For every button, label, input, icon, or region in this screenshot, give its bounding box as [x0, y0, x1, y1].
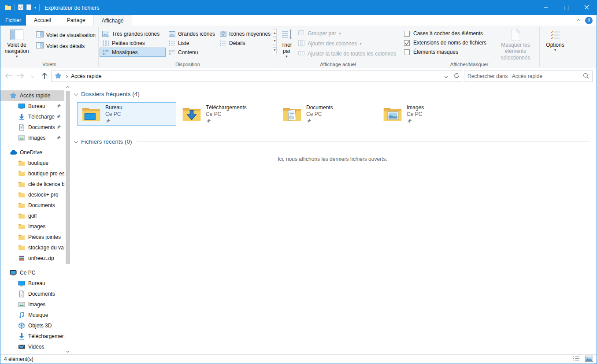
sidebar-item-pieces-jointes[interactable]: Pièces jointes — [0, 232, 65, 242]
sort-by-button[interactable]: Trier par ▾ — [278, 27, 295, 61]
onedrive-icon — [10, 149, 17, 156]
hide-selected-button[interactable]: Masquer les éléments sélectionnés — [493, 27, 538, 61]
maximize-button[interactable] — [556, 0, 576, 15]
refresh-button[interactable] — [451, 71, 462, 82]
sidebar-item-deslock-pro[interactable]: deslock+ pro — [0, 189, 65, 200]
address-dropdown-button[interactable] — [441, 71, 451, 82]
recent-locations-button[interactable] — [26, 71, 38, 82]
tab-partage[interactable]: Partage — [59, 15, 93, 26]
view-option-contenu[interactable]: Contenu — [166, 48, 217, 57]
scrollbar-down-button[interactable] — [64, 348, 71, 354]
sidebar-item-bureau[interactable]: Bureau — [0, 101, 65, 111]
options-button[interactable]: Options ▾ — [544, 27, 566, 61]
sidebar-item-documents[interactable]: Documents — [0, 122, 65, 133]
folder-tile-telechargements[interactable]: TéléchargementsCe PC — [178, 102, 277, 126]
sidebar-item-documents[interactable]: Documents — [0, 289, 65, 299]
checkbox-box[interactable] — [404, 49, 410, 55]
sidebar-tree: Accès rapideBureauTéléchargementsDocumen… — [0, 90, 71, 354]
view-option-mosaiques[interactable]: Mosaïques — [100, 48, 166, 57]
show-hide-checkboxes: Cases à cocher des élémentsExtensions de… — [400, 27, 489, 61]
folder-tile-documents[interactable]: DocumentsCe PC — [278, 102, 377, 126]
address-bar[interactable]: Accès rapide — [51, 71, 462, 82]
sidebar-item-boutique-pro-ese[interactable]: boutique pro ese — [0, 168, 65, 179]
address-path-segment[interactable]: Accès rapide — [71, 73, 101, 79]
checkbox-elements-masques[interactable]: Éléments masqués — [404, 49, 486, 55]
qat-new-folder-icon[interactable] — [26, 4, 31, 11]
view-option-liste[interactable]: Liste — [166, 38, 217, 48]
sidebar-item-label: Images — [28, 135, 55, 141]
qat-customize-dropdown-icon[interactable]: ▾ — [34, 6, 36, 10]
up-button[interactable] — [38, 71, 50, 82]
scroll-up-button[interactable]: ▲ — [273, 29, 277, 37]
search-icon[interactable] — [583, 73, 589, 80]
checkbox-cases-a-cocher-des-elements[interactable]: Cases à cocher des éléments — [404, 30, 486, 37]
maximize-icon — [564, 6, 568, 10]
minimize-button[interactable] — [536, 0, 556, 15]
search-box — [464, 71, 593, 82]
checkbox-box[interactable] — [404, 31, 410, 37]
add-columns-button[interactable]: Ajouter des colonnes ▾ — [297, 40, 398, 48]
recent-files-header[interactable]: Fichiers récents (0) — [74, 138, 590, 145]
checkbox-box[interactable] — [404, 40, 410, 46]
scrollbar-thumb[interactable] — [66, 91, 70, 264]
thumbnails-view-toggle[interactable] — [583, 355, 595, 363]
navigation-pane-button[interactable]: Volet de navigation ▾ — [1, 27, 32, 61]
help-icon[interactable]: ? — [585, 17, 593, 24]
sidebar-item-onedrive[interactable]: OneDrive — [0, 147, 65, 158]
sidebar-item-stockage-du-valo[interactable]: stockage du valo — [0, 242, 65, 253]
tab-accueil[interactable]: Accueil — [26, 15, 59, 26]
chevron-right-icon[interactable] — [65, 75, 68, 78]
qat-properties-icon[interactable] — [18, 4, 23, 11]
view-option-details[interactable]: Détails — [217, 38, 272, 48]
view-option-tres-grandes-icones[interactable]: Très grandes icônes — [100, 29, 166, 38]
sidebar-item-videos[interactable]: Vidéos — [0, 342, 65, 352]
fit-columns-button[interactable]: Ajuster la taille de toutes les colonnes — [297, 50, 398, 58]
tab-affichage[interactable]: Affichage — [93, 15, 132, 26]
frequent-folders-header[interactable]: Dossiers fréquents (4) — [74, 91, 590, 97]
view-option-petites-icones[interactable]: Petites icônes — [100, 38, 166, 48]
sidebar-item-telechargements[interactable]: Téléchargements — [0, 111, 65, 122]
list-view-icon — [168, 40, 175, 46]
sidebar-item-cle-de-licence-bo[interactable]: clé de licence bo — [0, 179, 65, 189]
sidebar-item-ce-pc[interactable]: Ce PC — [0, 267, 65, 278]
sidebar-item-disque-local-c[interactable]: Disque local (C:) — [0, 352, 65, 354]
sidebar-item-acces-rapide[interactable]: Accès rapide — [0, 90, 65, 101]
view-option-grandes-icones[interactable]: Grandes icônes — [166, 29, 217, 38]
checkbox-extensions-de-noms-de-fichiers[interactable]: Extensions de noms de fichiers — [404, 40, 486, 46]
xl-icons-icon — [102, 31, 109, 37]
item-count: 4 élément(s) — [4, 356, 33, 362]
collapse-section-icon[interactable] — [74, 91, 78, 96]
folder-tile-images[interactable]: ImagesCe PC — [378, 102, 478, 126]
sidebar-item-images[interactable]: Images — [0, 299, 65, 310]
view-option-icones-moyennes[interactable]: Icônes moyennes — [217, 29, 272, 38]
details-view-toggle[interactable] — [570, 355, 582, 363]
sidebar-item-golf[interactable]: golf — [0, 211, 65, 221]
ribbon-group-options: Options ▾ — [540, 26, 571, 68]
sidebar-item-objets-3d[interactable]: Objets 3D — [0, 320, 65, 331]
sidebar-item-musique[interactable]: Musique — [0, 310, 65, 320]
group-by-button[interactable]: Grouper par ▾ — [297, 30, 398, 37]
close-button[interactable] — [576, 0, 597, 15]
view-option-label: Liste — [178, 40, 189, 46]
scrollbar-up-button[interactable] — [64, 84, 71, 91]
sidebar-item-images[interactable]: Images — [0, 133, 65, 143]
collapse-section-icon[interactable] — [74, 139, 78, 143]
search-input[interactable] — [467, 73, 583, 79]
sidebar-item-boutique[interactable]: boutique — [0, 158, 65, 168]
back-button[interactable] — [3, 71, 15, 82]
details-pane-button[interactable]: Volet des détails — [34, 42, 97, 50]
collapse-ribbon-icon[interactable] — [577, 19, 580, 22]
scroll-down-button[interactable]: ▼ — [273, 37, 277, 45]
forward-button[interactable] — [15, 71, 26, 82]
folder-icon — [18, 212, 25, 219]
sidebar-item-telechargements[interactable]: Téléchargements — [0, 331, 65, 342]
more-views-button[interactable]: ▼ — [273, 45, 277, 54]
preview-pane-button[interactable]: Volet de visualisation — [34, 31, 97, 39]
sidebar-item-documents[interactable]: Documents — [0, 200, 65, 211]
tab-fichier[interactable]: Fichier — [0, 15, 26, 26]
sidebar-item-bureau[interactable]: Bureau — [0, 278, 65, 289]
sidebar-item-images[interactable]: Images — [0, 221, 65, 232]
folder-tile-bureau[interactable]: BureauCe PC — [77, 102, 176, 126]
checkbox-label: Extensions de noms de fichiers — [413, 40, 486, 46]
sidebar-item-unfreez-zip[interactable]: unfreez.zip — [0, 253, 65, 264]
